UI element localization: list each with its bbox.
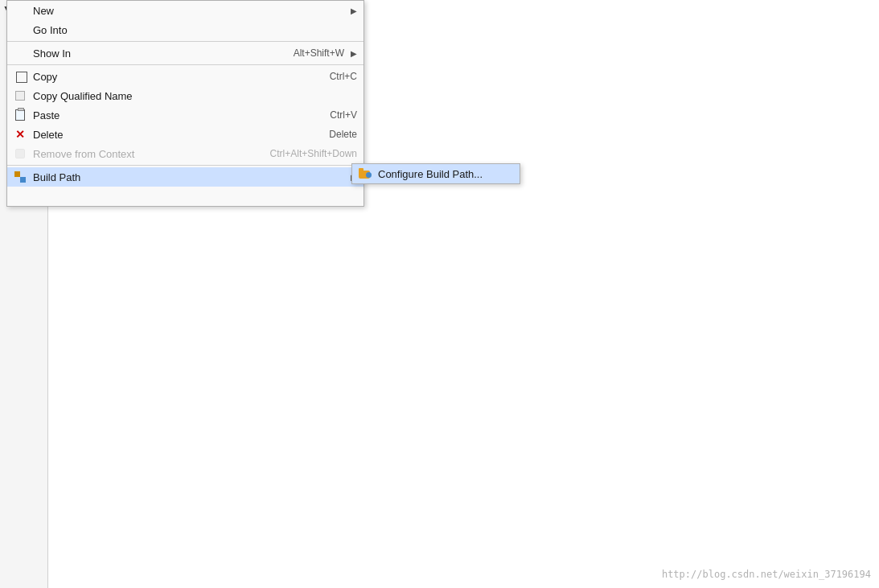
separator-1 (7, 41, 364, 42)
menu-item-copy-qualified-label: Copy Qualified Name (33, 90, 357, 102)
watermark: http://blog.csdn.net/weixin_37196194 (662, 569, 871, 580)
copy-shortcut: Ctrl+C (330, 71, 357, 82)
show-in-arrow-icon: ▶ (351, 49, 357, 58)
menu-item-delete-label: Delete (33, 129, 310, 141)
partial-icon (12, 188, 28, 204)
menu-item-new[interactable]: New ▶ (7, 1, 364, 20)
submenu: Configure Build Path... (351, 163, 520, 184)
copy-icon (12, 68, 28, 84)
menu-item-copy[interactable]: Copy Ctrl+C (7, 67, 364, 86)
submenu-item-configure-label: Configure Build Path... (378, 168, 483, 180)
menu-item-show-in-label: Show In (33, 47, 274, 60)
show-in-shortcut: Alt+Shift+W (294, 47, 344, 59)
menu-item-partial[interactable] (7, 187, 364, 206)
new-icon (12, 2, 28, 19)
menu-item-copy-qualified[interactable]: Copy Qualified Name (7, 86, 364, 105)
remove-context-icon (12, 146, 28, 162)
menu-item-build-path-label: Build Path (33, 171, 344, 183)
delete-icon: ✕ (12, 126, 28, 142)
menu-item-delete[interactable]: ✕ Delete Delete (7, 125, 364, 144)
menu-item-remove-context-label: Remove from Context (33, 148, 251, 160)
separator-3 (7, 165, 364, 166)
build-path-icon (12, 169, 28, 185)
menu-item-build-path[interactable]: Build Path ▶ (7, 167, 364, 187)
delete-shortcut: Delete (329, 129, 357, 140)
paste-shortcut: Ctrl+V (330, 109, 357, 121)
menu-item-show-in[interactable]: Show In Alt+Shift+W ▶ (7, 43, 364, 63)
menu-item-paste[interactable]: Paste Ctrl+V (7, 105, 364, 125)
context-menu: New ▶ Go Into Show In Alt+Shift+W ▶ Copy… (6, 0, 364, 207)
go-into-icon (12, 22, 28, 38)
paste-icon (12, 107, 28, 123)
copy-qualified-icon (12, 88, 28, 104)
remove-context-shortcut: Ctrl+Alt+Shift+Down (270, 148, 357, 159)
new-arrow-icon: ▶ (351, 6, 357, 15)
menu-item-copy-label: Copy (33, 71, 310, 83)
show-in-icon (12, 45, 28, 61)
menu-item-paste-label: Paste (33, 109, 310, 121)
configure-build-path-icon (357, 166, 373, 182)
menu-item-remove-context[interactable]: Remove from Context Ctrl+Alt+Shift+Down (7, 144, 364, 163)
submenu-item-configure-build-path[interactable]: Configure Build Path... (352, 164, 520, 183)
menu-item-new-label: New (33, 5, 344, 17)
menu-item-go-into-label: Go Into (33, 24, 357, 36)
menu-item-go-into[interactable]: Go Into (7, 20, 364, 39)
separator-2 (7, 64, 364, 65)
